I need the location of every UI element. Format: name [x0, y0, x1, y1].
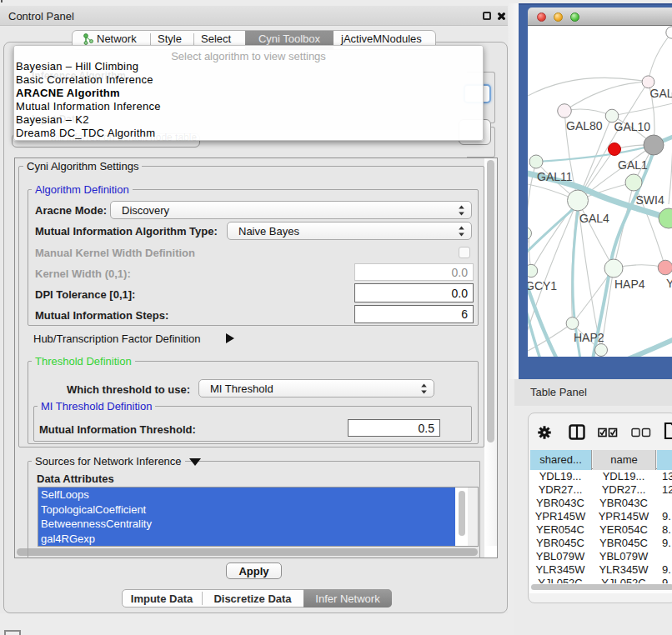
svg-text:HAP2: HAP2 — [574, 331, 604, 344]
svg-text:HAP4: HAP4 — [614, 278, 645, 291]
svg-text:GAL2: GAL2 — [650, 87, 672, 100]
svg-text:Y: Y — [666, 277, 672, 290]
svg-text:GAL10: GAL10 — [614, 120, 651, 133]
svg-text:GAL1: GAL1 — [618, 158, 648, 172]
svg-text:GAL80: GAL80 — [566, 119, 603, 132]
svg-text:SWI4: SWI4 — [636, 193, 664, 207]
svg-text:GAL4: GAL4 — [579, 212, 609, 225]
svg-text:GCY1: GCY1 — [528, 279, 557, 292]
svg-text:GAL11: GAL11 — [537, 170, 573, 183]
